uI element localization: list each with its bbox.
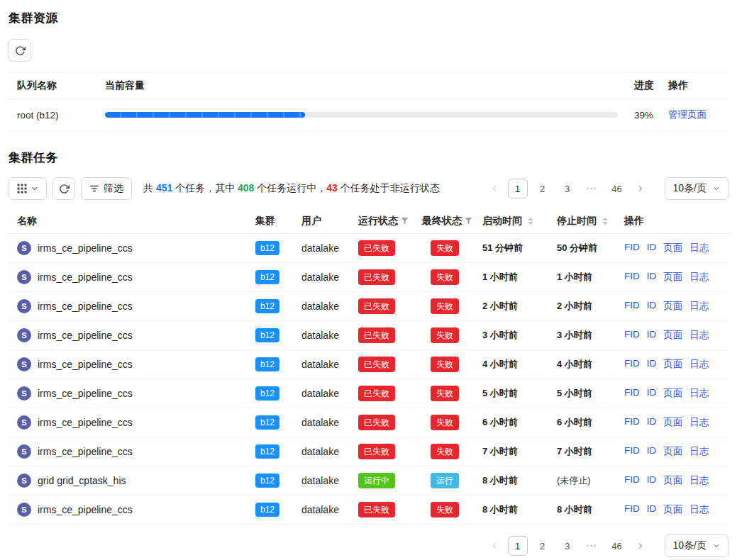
start-time: 1 小时前 (482, 271, 518, 282)
row-action-页面[interactable]: 页面 (663, 416, 682, 429)
row-action-日志[interactable]: 日志 (689, 242, 709, 254)
task-row: S irms_ce_pipeline_ccs b12 datalake 已失败 … (9, 263, 728, 292)
col-header-start-time: 启动时间 (482, 215, 557, 228)
row-action-页面[interactable]: 页面 (663, 242, 682, 254)
row-action-页面[interactable]: 页面 (663, 474, 682, 487)
row-actions: FIDID页面日志 (624, 358, 728, 371)
task-row: S irms_ce_pipeline_ccs b12 datalake 已失败 … (9, 408, 728, 437)
row-action-ID[interactable]: ID (647, 445, 657, 458)
summary-count: 451 (156, 182, 172, 194)
row-action-FID[interactable]: FID (624, 300, 640, 313)
row-action-日志[interactable]: 日志 (689, 445, 709, 458)
resources-refresh-button[interactable] (9, 39, 31, 62)
row-action-ID[interactable]: ID (647, 329, 657, 342)
row-action-页面[interactable]: 页面 (663, 503, 682, 516)
task-row: S irms_ce_pipeline_ccs b12 datalake 已失败 … (9, 321, 728, 350)
chevron-down-icon (31, 185, 38, 192)
row-action-页面[interactable]: 页面 (663, 329, 682, 342)
cluster-tasks-table: 名称 集群 用户 运行状态 最终状态 启动时间 停止时间 (9, 208, 728, 525)
pagination-next-icon[interactable] (632, 536, 649, 556)
row-action-日志[interactable]: 日志 (689, 416, 709, 429)
row-actions: FIDID页面日志 (624, 300, 728, 313)
filter-button[interactable]: 筛选 (81, 177, 132, 200)
pagination-page-2[interactable]: 2 (533, 536, 553, 556)
cluster-tasks-title: 集群任务 (9, 150, 728, 166)
pagination-page-46[interactable]: 46 (607, 179, 627, 198)
row-action-日志[interactable]: 日志 (689, 300, 709, 313)
col-header-final-status: 最终状态 (422, 215, 482, 228)
stop-time: 2 小时前 (557, 301, 592, 311)
chevron-down-icon (713, 183, 720, 194)
run-status-badge: 已失败 (358, 298, 395, 314)
page-size-select[interactable]: 10条/页 (665, 534, 728, 557)
row-action-页面[interactable]: 页面 (663, 271, 682, 284)
pagination-next-icon[interactable] (632, 179, 649, 198)
start-time-sort-icon[interactable] (528, 218, 533, 225)
row-action-页面[interactable]: 页面 (663, 387, 682, 400)
task-name: irms_ce_pipeline_ccs (38, 242, 133, 254)
start-time: 8 小时前 (482, 504, 518, 515)
progress-percent: 39% (625, 110, 665, 121)
row-action-日志[interactable]: 日志 (689, 271, 709, 284)
run-status-filter-icon[interactable] (401, 217, 409, 225)
start-time: 4 小时前 (482, 359, 518, 369)
task-name: irms_ce_pipeline_ccs (38, 359, 133, 370)
manage-page-link[interactable]: 管理页面 (668, 109, 706, 120)
final-status-filter-icon[interactable] (465, 217, 472, 225)
row-action-ID[interactable]: ID (647, 300, 657, 313)
final-status-badge: 失败 (431, 502, 459, 517)
row-action-页面[interactable]: 页面 (663, 358, 682, 371)
row-action-页面[interactable]: 页面 (663, 445, 682, 458)
row-action-日志[interactable]: 日志 (689, 387, 709, 400)
page-size-select[interactable]: 10条/页 (665, 177, 728, 200)
col-header-cluster: 集群 (255, 215, 301, 228)
pagination-prev-icon[interactable] (486, 536, 503, 556)
pagination-page-2[interactable]: 2 (533, 179, 553, 198)
task-row: S irms_ce_pipeline_ccs b12 datalake 已失败 … (9, 350, 728, 379)
row-action-FID[interactable]: FID (624, 242, 640, 254)
row-action-FID[interactable]: FID (624, 358, 640, 371)
task-user: datalake (301, 417, 358, 428)
row-action-日志[interactable]: 日志 (689, 503, 709, 516)
row-action-日志[interactable]: 日志 (689, 358, 709, 371)
task-avatar: S (17, 503, 31, 517)
column-layout-dropdown-button[interactable] (9, 177, 47, 200)
pagination-page-3[interactable]: 3 (558, 179, 577, 198)
row-action-FID[interactable]: FID (624, 445, 640, 458)
cluster-resources-title: 集群资源 (9, 10, 728, 26)
row-action-日志[interactable]: 日志 (689, 474, 709, 487)
row-action-ID[interactable]: ID (647, 242, 657, 254)
row-action-ID[interactable]: ID (647, 474, 657, 487)
task-user: datalake (301, 475, 358, 486)
row-action-FID[interactable]: FID (624, 474, 640, 487)
pagination-page-46[interactable]: 46 (607, 536, 627, 556)
row-action-页面[interactable]: 页面 (663, 300, 682, 313)
row-action-ID[interactable]: ID (647, 503, 657, 516)
final-status-badge: 失败 (431, 269, 459, 285)
row-action-ID[interactable]: ID (647, 387, 657, 400)
row-action-ID[interactable]: ID (647, 358, 657, 371)
row-action-日志[interactable]: 日志 (689, 329, 709, 342)
start-time: 6 小时前 (482, 417, 518, 427)
task-name: irms_ce_pipeline_ccs (38, 301, 133, 312)
pagination-page-1[interactable]: 1 (508, 179, 528, 198)
row-action-ID[interactable]: ID (647, 416, 657, 429)
task-name: irms_ce_pipeline_ccs (38, 417, 133, 428)
row-action-FID[interactable]: FID (624, 387, 640, 400)
stop-time: 4 小时前 (557, 359, 592, 369)
refresh-icon (59, 184, 70, 194)
row-action-ID[interactable]: ID (647, 271, 657, 284)
task-name: irms_ce_pipeline_ccs (38, 388, 133, 399)
pagination-page-3[interactable]: 3 (558, 536, 577, 556)
row-action-FID[interactable]: FID (624, 329, 640, 342)
row-action-FID[interactable]: FID (624, 416, 640, 429)
page-size-label: 10条/页 (673, 182, 706, 195)
cluster-badge: b12 (255, 444, 279, 459)
pagination-prev-icon[interactable] (486, 179, 503, 198)
pagination-page-1[interactable]: 1 (508, 536, 528, 556)
task-name: irms_ce_pipeline_ccs (38, 330, 133, 341)
tasks-refresh-button[interactable] (52, 177, 75, 200)
stop-time-sort-icon[interactable] (602, 218, 608, 225)
row-action-FID[interactable]: FID (624, 271, 640, 284)
row-action-FID[interactable]: FID (624, 503, 640, 516)
